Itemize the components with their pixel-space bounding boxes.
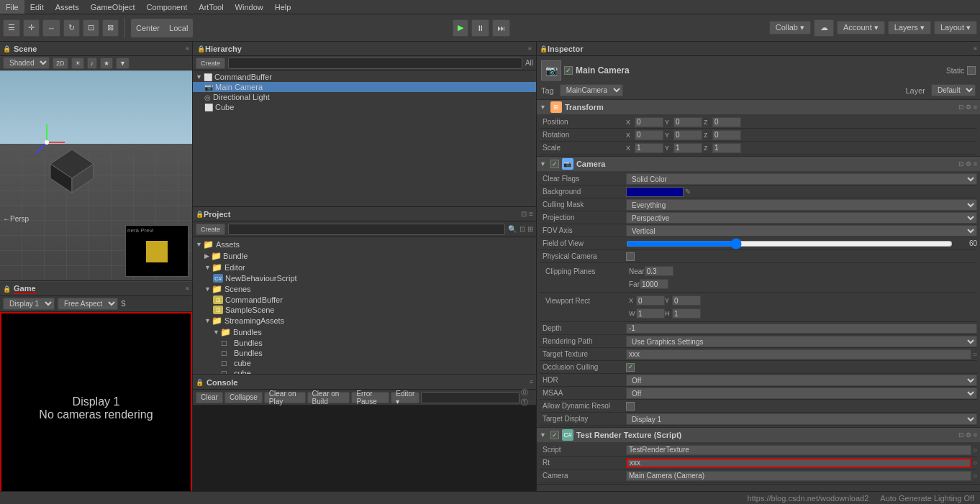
shade-dropdown[interactable]: Shaded bbox=[3, 57, 50, 69]
tree-item-streaming[interactable]: ▼ 📁 StreamingAssets bbox=[193, 315, 536, 326]
tag-dropdown[interactable]: MainCamera bbox=[560, 84, 623, 96]
cloud-button[interactable]: ☁ bbox=[814, 19, 834, 37]
rot-x-input[interactable] bbox=[635, 130, 663, 140]
pos-z-input[interactable] bbox=[712, 117, 741, 127]
tree-item-cube-1[interactable]: □ cube bbox=[193, 358, 536, 368]
scene-fx-button[interactable]: ★ bbox=[100, 58, 113, 69]
viewport-x-input[interactable] bbox=[636, 295, 665, 306]
camera-header[interactable]: ▼ 📷 Camera ⊡ ⚙ ≡ bbox=[537, 157, 980, 171]
hierarchy-create-btn[interactable]: Create bbox=[196, 58, 225, 69]
target-texture-pin[interactable]: ○ bbox=[973, 350, 977, 358]
menu-component[interactable]: Component bbox=[140, 0, 193, 14]
camera-icons[interactable]: ⊡ ⚙ ≡ bbox=[958, 160, 977, 168]
display-dropdown[interactable]: Display 1 bbox=[3, 298, 55, 310]
target-display-dropdown[interactable]: Display 1 bbox=[626, 413, 977, 425]
pos-y-input[interactable] bbox=[673, 117, 702, 127]
hierarchy-search-input[interactable] bbox=[228, 58, 522, 69]
step-button[interactable]: ⏭ bbox=[492, 19, 510, 37]
scene-audio-button[interactable]: ♪ bbox=[87, 58, 98, 69]
console-error-pause-btn[interactable]: Error Pause bbox=[351, 392, 389, 403]
console-search-input[interactable] bbox=[421, 392, 520, 403]
project-search-input[interactable] bbox=[228, 224, 505, 235]
viewport-h-input[interactable] bbox=[672, 308, 701, 319]
tree-item-assets[interactable]: ▼ 📁 Assets bbox=[193, 239, 536, 250]
scale-y-input[interactable] bbox=[673, 143, 702, 153]
dynamic-checkbox[interactable] bbox=[626, 402, 635, 411]
project-lock[interactable]: 🔒 bbox=[196, 211, 204, 218]
project-search-icon[interactable]: 🔍 bbox=[508, 225, 517, 233]
tree-item-bundle[interactable]: ▶ 📁 Bundle bbox=[193, 250, 536, 262]
project-icons[interactable]: ⊡ ≡ bbox=[521, 210, 533, 218]
camera-field-input[interactable] bbox=[626, 471, 971, 481]
layer-dropdown[interactable]: Default bbox=[931, 84, 976, 96]
background-pin[interactable]: ✎ bbox=[685, 188, 691, 196]
transform-all[interactable]: ⊠ bbox=[102, 19, 119, 37]
console-editor-btn[interactable]: Editor ▾ bbox=[391, 392, 419, 403]
game-tab-menu[interactable]: ≡ bbox=[186, 285, 189, 292]
msaa-dropdown[interactable]: Off bbox=[626, 388, 977, 399]
script-field-pin[interactable]: ○ bbox=[973, 446, 977, 454]
tree-item-samplescene[interactable]: ⊡ SampleScene bbox=[193, 305, 536, 315]
tree-item-bundles-1[interactable]: □ Bundles bbox=[193, 338, 536, 348]
console-lock[interactable]: 🔒 bbox=[196, 379, 204, 386]
tree-item-newbehaviour[interactable]: C# NewBehaviourScript bbox=[193, 273, 536, 283]
console-clear-build-btn[interactable]: Clear on Build bbox=[307, 392, 350, 403]
project-create-btn[interactable]: Create bbox=[196, 224, 225, 235]
menu-assets[interactable]: Assets bbox=[50, 0, 85, 14]
scale-x-input[interactable] bbox=[635, 143, 663, 153]
scene-2d-button[interactable]: 2D bbox=[53, 58, 68, 69]
viewport-w-input[interactable] bbox=[636, 308, 665, 319]
rot-z-input[interactable] bbox=[712, 130, 741, 140]
inspector-menu[interactable]: ≡ bbox=[974, 45, 977, 52]
occlusion-checkbox[interactable] bbox=[626, 363, 635, 372]
tree-item-bundles-folder[interactable]: ▼ 📁 Bundles bbox=[193, 326, 536, 338]
script-field-input[interactable] bbox=[626, 445, 971, 455]
tree-item-commandbuffer-scene[interactable]: ⊡ CommandBuffer bbox=[193, 295, 536, 305]
script-header[interactable]: ▼ C# Test Render Texture (Script) ⊡ ⚙ ≡ bbox=[537, 428, 980, 442]
rt-input[interactable] bbox=[626, 458, 971, 468]
menu-gameobject[interactable]: GameObject bbox=[85, 0, 141, 14]
aspect-dropdown[interactable]: Free Aspect bbox=[58, 298, 118, 310]
active-checkbox[interactable] bbox=[564, 66, 573, 75]
hierarchy-item-directional-light[interactable]: ◎ Directional Light bbox=[193, 92, 536, 102]
clipping-near-input[interactable] bbox=[645, 266, 673, 276]
inspector-lock[interactable]: 🔒 bbox=[540, 45, 548, 52]
fov-axis-dropdown[interactable]: Vertical bbox=[626, 225, 977, 237]
scene-lock-icon[interactable]: 🔒 bbox=[3, 45, 11, 52]
account-button[interactable]: Account ▾ bbox=[837, 21, 885, 35]
script-icons[interactable]: ⊡ ⚙ ≡ bbox=[958, 431, 977, 439]
viewport-y-input[interactable] bbox=[672, 295, 701, 306]
scale-z-input[interactable] bbox=[712, 143, 741, 153]
pos-x-input[interactable] bbox=[635, 117, 663, 127]
console-clear-play-btn[interactable]: Clear on Play bbox=[264, 392, 306, 403]
menu-file[interactable]: File bbox=[0, 0, 24, 14]
menu-edit[interactable]: Edit bbox=[24, 0, 50, 14]
clipping-far-input[interactable] bbox=[640, 279, 668, 289]
center-button[interactable]: Center bbox=[132, 19, 165, 37]
rt-pin[interactable]: ○ bbox=[973, 459, 977, 467]
camera-field-pin[interactable]: ○ bbox=[973, 472, 977, 480]
background-color-swatch[interactable] bbox=[626, 187, 684, 197]
tree-item-scenes[interactable]: ▼ 📁 Scenes bbox=[193, 283, 536, 295]
project-options-icon[interactable]: ⊡ ⊞ bbox=[520, 225, 533, 233]
transform-header[interactable]: ▼ ⊞ Transform ⊡ ⚙ ≡ bbox=[537, 100, 980, 114]
hierarchy-scene-root[interactable]: ▼ ⬜ CommandBuffer bbox=[193, 72, 536, 82]
hdr-dropdown[interactable]: Off bbox=[626, 375, 977, 386]
tree-item-cube-2[interactable]: □ cube bbox=[193, 368, 536, 374]
console-menu[interactable]: ≡ bbox=[530, 379, 533, 385]
console-clear-btn[interactable]: Clear bbox=[196, 392, 223, 403]
scene-gizmos-button[interactable]: ▼ bbox=[116, 58, 130, 69]
static-checkbox[interactable] bbox=[967, 66, 976, 75]
transform-move[interactable]: ✛ bbox=[23, 19, 40, 37]
hierarchy-item-main-camera[interactable]: 📷 Main Camera bbox=[193, 82, 536, 92]
tree-item-bundles-2[interactable]: □ Bundles bbox=[193, 348, 536, 358]
layers-button[interactable]: Layers ▾ bbox=[888, 21, 931, 35]
layout-button[interactable]: Layout ▾ bbox=[934, 21, 977, 35]
local-button[interactable]: Local bbox=[165, 19, 192, 37]
transform-rotate[interactable]: ↔ bbox=[42, 19, 60, 37]
play-button[interactable]: ▶ bbox=[453, 19, 468, 37]
tree-item-editor[interactable]: ▼ 📁 Editor bbox=[193, 262, 536, 273]
scene-light-button[interactable]: ☀ bbox=[71, 58, 84, 69]
transform-hand[interactable]: ☰ bbox=[3, 19, 20, 37]
game-lock-icon[interactable]: 🔒 bbox=[3, 285, 11, 293]
